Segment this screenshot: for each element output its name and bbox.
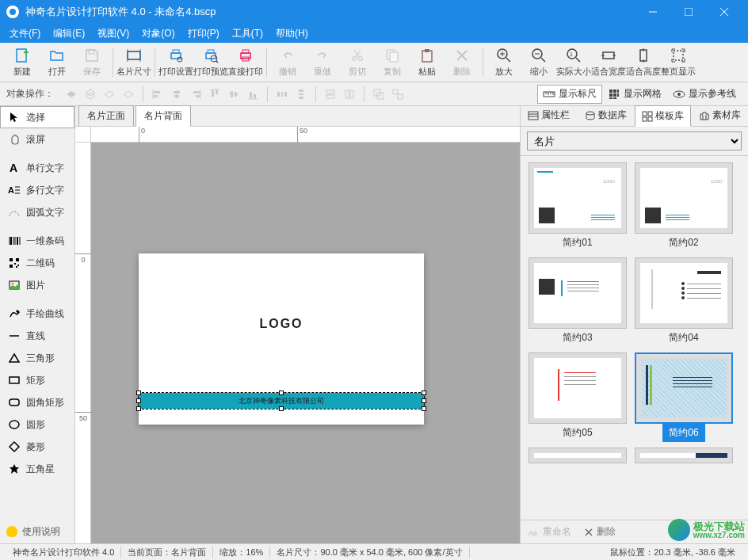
paste-button[interactable]: 粘贴: [410, 44, 445, 82]
tool-select[interactable]: 选择: [0, 106, 74, 128]
copy-button[interactable]: 复制: [375, 44, 410, 82]
layer-front-icon[interactable]: [62, 85, 81, 104]
tool-triangle[interactable]: 三角形: [0, 347, 74, 369]
actualsize-button[interactable]: 1实际大小: [556, 44, 591, 82]
template-grid[interactable]: LOGO 简约01 LOGO 简约02 简约03 简约04: [521, 156, 748, 520]
tool-text-single[interactable]: A单行文字: [0, 157, 74, 179]
same-height-icon[interactable]: [340, 85, 359, 104]
menu-object[interactable]: 对象(O): [135, 27, 181, 40]
maximize-button[interactable]: [670, 0, 706, 24]
layer-up-icon[interactable]: [100, 85, 119, 104]
ungroup-icon[interactable]: [388, 85, 407, 104]
undo-button[interactable]: 撤销: [270, 44, 305, 82]
rename-template-button[interactable]: AB重命名: [529, 525, 571, 539]
template-item-01[interactable]: LOGO 简约01: [529, 162, 627, 254]
svg-rect-88: [609, 93, 613, 97]
card-logo-text[interactable]: LOGO: [139, 317, 424, 331]
align-bottom-icon[interactable]: [243, 85, 262, 104]
template-item-04[interactable]: 简约04: [635, 257, 733, 349]
svg-rect-69: [299, 90, 303, 92]
fitwidth-button[interactable]: 适合宽度: [591, 44, 626, 82]
cardsize-button[interactable]: 名片尺寸: [116, 44, 151, 82]
align-center-v-icon[interactable]: [224, 85, 243, 104]
show-ruler-toggle[interactable]: 显示标尺: [537, 85, 602, 104]
tab-template[interactable]: 模板库: [635, 105, 692, 127]
help-link[interactable]: 使用说明: [0, 520, 74, 543]
tab-material[interactable]: 素材库: [691, 105, 748, 126]
zoomin-button[interactable]: 放大: [487, 44, 521, 82]
tool-text-multi[interactable]: A多行文字: [0, 179, 74, 201]
svg-rect-27: [422, 51, 432, 62]
distribute-h-icon[interactable]: [273, 85, 292, 104]
redo-button[interactable]: 重做: [305, 44, 340, 82]
tool-image[interactable]: 图片: [0, 274, 74, 296]
distribute-v-icon[interactable]: [292, 85, 311, 104]
tool-line[interactable]: 直线: [0, 325, 74, 347]
fitheight-button[interactable]: 适合高度: [626, 44, 661, 82]
align-right-icon[interactable]: [186, 85, 205, 104]
menu-help[interactable]: 帮助(H): [269, 27, 315, 40]
tool-freehand[interactable]: 手绘曲线: [0, 303, 74, 325]
tool-roundrect[interactable]: 圆角矩形: [0, 391, 74, 413]
template-item-05[interactable]: 简约05: [529, 352, 627, 444]
template-item-08[interactable]: [635, 448, 733, 463]
tab-database[interactable]: 数据库: [578, 105, 635, 126]
delete-button[interactable]: 删除: [445, 44, 479, 82]
tool-rect[interactable]: 矩形: [0, 369, 74, 391]
close-button[interactable]: [706, 0, 742, 24]
template-item-02[interactable]: LOGO 简约02: [635, 162, 733, 254]
template-item-06[interactable]: 简约06: [635, 352, 733, 444]
layer-back-icon[interactable]: [81, 85, 100, 104]
template-category-select[interactable]: 名片: [527, 131, 742, 150]
tool-barcode[interactable]: 一维条码: [0, 230, 74, 252]
layer-down-icon[interactable]: [119, 85, 138, 104]
printset-button[interactable]: 打印设置: [158, 44, 193, 82]
tab-card-back[interactable]: 名片背面: [135, 105, 191, 127]
svg-rect-124: [643, 117, 647, 121]
menu-tools[interactable]: 工具(T): [226, 27, 269, 40]
open-button[interactable]: 打开: [40, 44, 74, 82]
tool-pan[interactable]: 滚屏: [0, 128, 74, 150]
zoomout-button[interactable]: 缩小: [521, 44, 556, 82]
menu-file[interactable]: 文件(F): [3, 27, 47, 40]
menu-edit[interactable]: 编辑(E): [47, 27, 91, 40]
svg-rect-87: [617, 90, 619, 93]
template-item-07[interactable]: [529, 448, 627, 463]
tool-star[interactable]: 五角星: [0, 458, 74, 480]
tab-properties[interactable]: 属性栏: [521, 105, 578, 126]
printdirect-button[interactable]: 直接打印: [228, 44, 263, 82]
tab-card-front[interactable]: 名片正面: [78, 105, 134, 126]
svg-rect-110: [17, 265, 19, 266]
canvas-viewport[interactable]: LOGO 北京神奇像素科技有限公司: [91, 143, 520, 543]
align-top-icon[interactable]: [205, 85, 224, 104]
canvas-card[interactable]: LOGO 北京神奇像素科技有限公司: [139, 253, 424, 425]
printpreview-button[interactable]: 打印预览: [193, 44, 228, 82]
minimize-button[interactable]: [635, 0, 670, 24]
show-grid-toggle[interactable]: 显示网格: [602, 85, 667, 104]
template-item-03[interactable]: 简约03: [529, 257, 627, 349]
menu-print[interactable]: 打印(P): [181, 27, 226, 40]
tool-qrcode[interactable]: 二维码: [0, 252, 74, 274]
align-center-h-icon[interactable]: [167, 85, 186, 104]
svg-rect-107: [16, 258, 19, 261]
align-left-icon[interactable]: [148, 85, 167, 104]
tool-diamond[interactable]: 菱形: [0, 436, 74, 458]
save-button[interactable]: 保存: [74, 44, 109, 82]
new-button[interactable]: 新建: [5, 44, 40, 82]
same-width-icon[interactable]: [321, 85, 340, 104]
svg-rect-123: [648, 112, 652, 116]
svg-line-17: [216, 61, 218, 63]
fitpage-button[interactable]: 整页显示: [661, 44, 696, 82]
canvas-tabs: 名片正面 名片背面: [75, 106, 520, 127]
menu-view[interactable]: 视图(V): [91, 27, 135, 40]
tool-ellipse[interactable]: 圆形: [0, 413, 74, 436]
cut-button[interactable]: 剪切: [340, 44, 375, 82]
ruler-horizontal[interactable]: 0 50: [91, 127, 520, 143]
delete-template-button[interactable]: 删除: [584, 525, 616, 539]
ruler-vertical[interactable]: 0 50: [75, 143, 91, 543]
card-company-bar[interactable]: 北京神奇像素科技有限公司: [139, 393, 424, 409]
group-icon[interactable]: [369, 85, 388, 104]
show-guide-toggle[interactable]: 显示参考线: [667, 85, 742, 104]
tool-text-arc[interactable]: 圆弧文字: [0, 201, 74, 223]
svg-rect-78: [393, 90, 398, 94]
